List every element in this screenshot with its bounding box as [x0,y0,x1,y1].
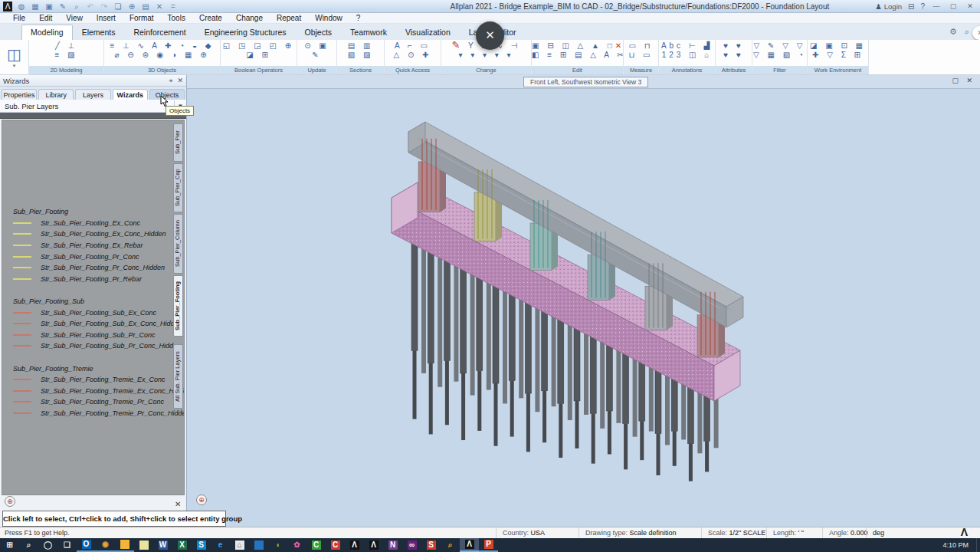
taskbar-notes-icon[interactable] [134,538,153,552]
layer-row[interactable]: Str_Sub_Pier_Footing_Tremie_Pr_Conc [13,396,184,408]
project-organizer-icon[interactable]: ▦ [31,2,40,12]
allplan-menu-icon[interactable]: Λ [3,2,12,12]
taskbar-c-red-icon[interactable]: C [326,538,345,552]
ribbon-tab[interactable]: Visualization [396,25,460,40]
layer-row[interactable]: Str_Sub_Pier_Footing_Sub_Ex_Conc_Hidden [13,318,184,330]
ribbon-icons-row[interactable]: ⌀ ⊖ ⊜ ◉ ◑ ▦ ⊕ [104,50,220,60]
ribbon-icons-row[interactable]: ≡ ⊥ ∿ A ✚ ◔ ◒ ◆ [104,40,220,50]
ribbon-icons-row[interactable]: ◪ ⊞ [221,50,297,60]
ribbon-icons-row[interactable]: ▭ ⊓ [624,40,658,50]
layer-row[interactable]: Sub_Pier_Footing_Tremie [13,363,184,374]
minimize-button[interactable]: — [931,2,942,10]
ribbon-icons-row[interactable]: ◱ ◳ ◲ ◰ ⊕ [221,40,297,50]
pin-icon[interactable]: ⌖ [169,77,172,85]
ribbon-icons-row[interactable]: ╱ ⊥ [29,40,103,50]
ribbon-tab[interactable]: Engineering Structures [195,25,296,40]
ribbon-tab[interactable]: Reinforcement [124,25,195,40]
login-button[interactable]: ♟ Login [875,2,902,11]
ribbon-tab[interactable]: Elements [73,25,125,40]
restore-button[interactable]: ▢ [948,2,959,10]
taskbar-s-red-icon[interactable]: S [421,538,441,552]
menu-item[interactable]: Tools [161,14,192,22]
ribbon-icons-row[interactable]: Abc ⊢ ▟ [659,40,715,50]
layer-row[interactable]: Str_Sub_Pier_Footing_Ex_Conc [13,218,184,229]
layer-row[interactable]: Str_Sub_Pier_Footing_Tremie_Pr_Conc_Hidd… [13,408,184,419]
ribbon-icons-row[interactable]: ⊙ ▣ [297,40,336,50]
ribbon-icons-row[interactable]: ♥ ♥ [716,50,752,60]
gear-icon[interactable]: ⚙ [949,27,957,37]
taskbar-chrome-icon[interactable]: ◉ [96,538,115,552]
menu-item[interactable]: Change [229,14,270,22]
layer-row[interactable]: Str_Sub_Pier_Footing_Pr_Rebar [13,274,184,285]
taskbar-start-icon[interactable]: ⊞ [0,538,19,552]
ribbon-icons-row[interactable]: ✎ [297,50,336,60]
menu-item[interactable]: Format [123,14,161,22]
taskbar-allplan2-icon[interactable]: Λ [364,538,383,552]
modeling-cube-icon[interactable]: ◫ ▾ [0,40,29,74]
search-icon[interactable]: ⌕ [965,27,969,37]
menu-item[interactable]: ? [349,14,368,22]
layer-list[interactable]: Sub_Pier_Footing Str_Sub_Pier_Footing_Ex… [2,120,185,495]
taskbar-allplan-icon[interactable]: Λ [345,538,364,552]
taskbar-store-icon[interactable]: ⌂ [230,538,249,552]
taskbar-search-icon[interactable]: ⌕ [19,538,38,552]
ribbon-icons-row[interactable]: ▤ ▥ [337,40,384,50]
taskbar-outlook-icon[interactable]: O [77,538,96,552]
layer-row[interactable]: Str_Sub_Pier_Footing_Ex_Rebar [13,240,184,251]
layer-row[interactable]: Str_Sub_Pier_Footing_Ex_Conc_Hidden [13,228,184,240]
layer-row[interactable] [13,284,184,296]
ribbon-icons-row[interactable]: △ ⊙ ✚ [385,50,441,60]
panel-tab[interactable]: Library [38,89,74,100]
layer-row[interactable]: Str_Sub_Pier_Footing_Pr_Conc [13,251,184,262]
taskbar-skype-icon[interactable]: S [192,538,211,552]
zoom-section-icon[interactable]: ⌕ [72,2,81,12]
track-point-icon[interactable]: ⊕ [5,496,15,507]
document-icon[interactable]: ▤ [141,2,150,12]
show-desktop-button[interactable] [976,538,980,552]
layer-row[interactable]: Str_Sub_Pier_Footing_Tremie_Ex_Conc_Hidd… [13,386,184,397]
3d-model-view[interactable] [187,89,980,527]
menu-item[interactable]: Insert [90,14,123,22]
layer-side-tab[interactable]: Sub_Pier_Footing [173,275,183,337]
ribbon-tab[interactable]: Objects [296,25,342,40]
menu-item[interactable]: Edit [32,14,59,22]
ribbon-icons-row[interactable]: ▧ ▨ [337,50,384,60]
layer-side-tab[interactable]: Sub_Pier [173,123,183,162]
viewport-close-icon[interactable]: ✕ [966,77,975,84]
taskbar-search-orange-icon[interactable]: ⌕ [441,538,460,552]
ribbon-icons-row[interactable]: A ⌐ ▭ [385,40,441,50]
ribbon-icons-row[interactable]: ▣ ⊟ ◫ △ ▲ □✕ [532,40,623,50]
taskbar-onenote-icon[interactable]: N [383,538,402,552]
panel-tab[interactable]: Wizards [113,89,148,100]
ribbon-icons-row[interactable]: ♥ ♥ [716,40,752,50]
layer-row[interactable]: Sub_Pier_Footing_Sub [13,296,184,307]
viewport[interactable]: Front Left, Southwest Isometric View 3 ▢… [187,75,980,527]
ribbon-icons-row[interactable]: ▾ ▾ ▾ ▾ ▾ [441,50,531,60]
taskbar-cortana-icon[interactable]: ◯ [38,538,57,552]
panel-tab[interactable]: Layers [75,89,110,100]
taskbar-folder-icon[interactable] [249,538,268,552]
layer-row[interactable]: Str_Sub_Pier_Footing_Sub_Pr_Conc [13,330,184,341]
taskbar-greenshot-icon[interactable]: ◖ [268,538,287,552]
ribbon-tab[interactable]: Teamwork [341,25,396,40]
undo-icon[interactable]: ↶ [86,2,95,12]
menu-item[interactable]: Create [192,14,229,22]
taskbar-flower-icon[interactable]: ✿ [287,538,306,552]
recorder-close-button[interactable]: ✕ [476,21,504,50]
wizard-selector[interactable]: Sub. Pier Layers ▼ [0,100,186,113]
ribbon-icons-row[interactable]: 123 ◫ ⌂ [659,50,715,60]
redo-icon[interactable]: ↷ [100,2,109,12]
taskbar-c-green-icon[interactable]: C [306,538,326,552]
menu-item[interactable]: File [6,14,32,22]
layer-side-tab[interactable]: Sub_Pier_Column [173,214,183,274]
ribbon-icons-row[interactable]: ⊔ ▭ [624,50,658,60]
taskbar-allplan-active-icon[interactable]: Λ [460,538,479,552]
menu-item[interactable]: Repeat [270,14,308,22]
cart-icon[interactable]: ⊟ [908,2,914,11]
layer-row[interactable]: Str_Sub_Pier_Footing_Pr_Conc_Hidden [13,262,184,274]
edit-pen-icon[interactable]: ✎ [58,2,67,12]
layer-side-tab[interactable]: All Sub. Pier Layers [173,344,183,409]
taskbar-explorer-icon[interactable] [115,538,134,552]
ribbon-icons-row[interactable]: ◪ ▣ ⊡ ▦ [808,40,868,50]
layer-side-tab[interactable]: Sub_Pier_Cap [173,163,183,212]
